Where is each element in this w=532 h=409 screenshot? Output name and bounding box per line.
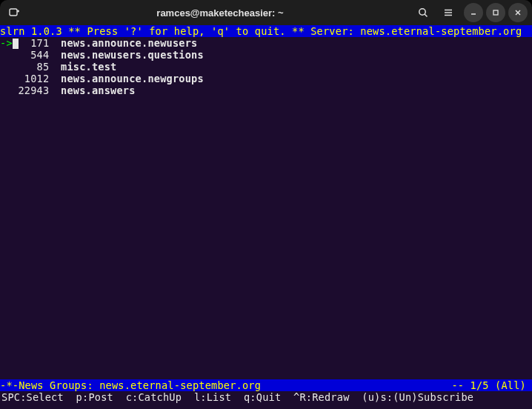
- titlebar-right: [413, 3, 528, 22]
- group-name: news.newusers.questions: [61, 49, 204, 61]
- titlebar-left: [4, 3, 27, 22]
- window-titlebar: ramces@maketecheasier: ~: [0, 0, 532, 25]
- article-count: 22943: [12, 84, 47, 96]
- status-line: -*-News Groups: news.eternal-september.o…: [0, 379, 532, 391]
- article-count: 171: [12, 37, 47, 49]
- new-tab-button[interactable]: [4, 3, 24, 22]
- selection-arrow: [0, 61, 12, 73]
- group-name: news.announce.newgroups: [61, 73, 204, 84]
- group-name: news.answers: [61, 84, 136, 96]
- terminal[interactable]: slrn 1.0.3 ** Press '?' for help, 'q' to…: [0, 25, 532, 409]
- article-count: 85: [12, 61, 47, 73]
- status-right: -- 1/5 (All): [451, 379, 532, 391]
- article-count: 1012: [12, 73, 47, 84]
- newsgroup-row[interactable]: -> 171 news.announce.newusers: [0, 37, 532, 49]
- svg-rect-0: [10, 9, 17, 16]
- group-name: news.announce.newusers: [61, 37, 197, 49]
- newsgroup-row[interactable]: 1012 news.announce.newgroups: [0, 73, 532, 84]
- article-count: 544: [12, 49, 47, 61]
- svg-line-4: [425, 14, 427, 16]
- selection-arrow: [0, 84, 12, 96]
- newsgroup-row[interactable]: 22943 news.answers: [0, 84, 532, 96]
- maximize-button[interactable]: [486, 3, 505, 22]
- group-name: misc.test: [61, 61, 116, 73]
- selection-arrow: ->: [0, 37, 12, 49]
- status-left: -*-News Groups: news.eternal-september.o…: [0, 379, 451, 391]
- svg-point-3: [419, 9, 425, 15]
- minimize-button[interactable]: [464, 3, 483, 22]
- slrn-header: slrn 1.0.3 ** Press '?' for help, 'q' to…: [0, 25, 532, 37]
- newsgroup-row[interactable]: 85 misc.test: [0, 61, 532, 73]
- menu-button[interactable]: [439, 3, 458, 22]
- selection-arrow: [0, 49, 12, 61]
- close-button[interactable]: [508, 3, 528, 22]
- search-button[interactable]: [413, 3, 433, 22]
- help-line: SPC:Select p:Post c:CatchUp l:List q:Qui…: [0, 391, 532, 403]
- newsgroup-row[interactable]: 544 news.newusers.questions: [0, 49, 532, 61]
- window-title: ramces@maketecheasier: ~: [27, 7, 413, 19]
- selection-arrow: [0, 73, 12, 84]
- svg-rect-9: [493, 10, 498, 15]
- newsgroup-list: -> 171 news.announce.newusers 544 news.n…: [0, 37, 532, 96]
